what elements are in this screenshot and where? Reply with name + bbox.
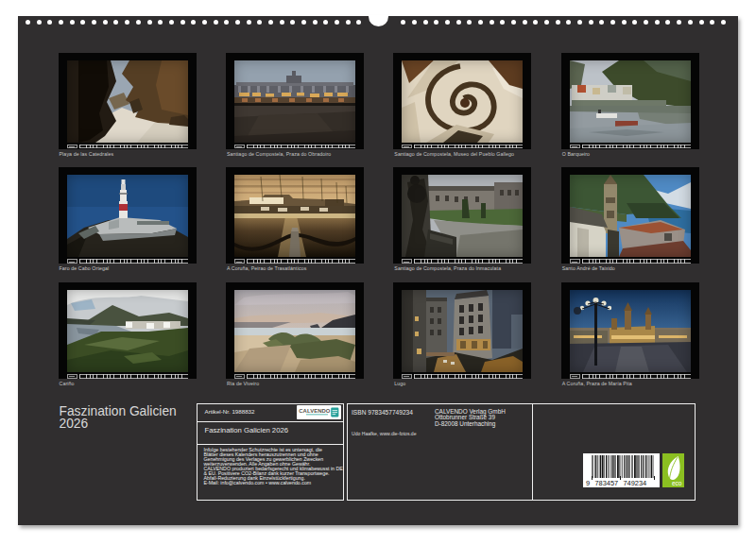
svg-text:9: 9: [586, 479, 590, 487]
svg-text:749234: 749234: [624, 479, 647, 487]
svg-text:eco: eco: [672, 480, 682, 486]
svg-text:CALVENDO: CALVENDO: [299, 408, 331, 414]
svg-text:783457: 783457: [595, 479, 619, 487]
